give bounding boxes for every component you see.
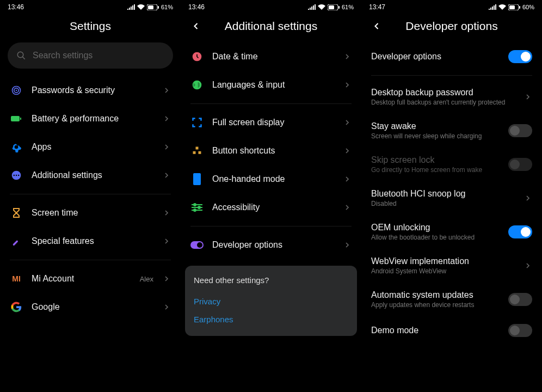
svg-point-30 [194, 209, 196, 211]
toggle-switch[interactable] [508, 124, 532, 137]
svg-line-4 [22, 57, 25, 59]
settings-item-developer-options[interactable]: Developer options [181, 231, 361, 259]
settings-item-battery-performance[interactable]: Battery & performance [0, 105, 181, 133]
svg-rect-35 [519, 6, 520, 9]
chevron-left-icon [190, 21, 201, 32]
chevron-right-icon [162, 143, 171, 151]
search-input[interactable] [33, 51, 164, 60]
svg-point-32 [197, 242, 202, 248]
chevron-right-icon [162, 171, 171, 180]
dev-item-stay-awake[interactable]: Stay awakeScreen will never sleep while … [361, 114, 542, 148]
hourglass-icon [10, 206, 23, 219]
pane-settings: 13:46 61% Settings Passwords & securityB… [0, 0, 181, 392]
pane-developer-options: 13:47 60% Developer options Developer op… [361, 0, 542, 392]
settings-item-additional-settings[interactable]: Additional settings [0, 161, 181, 189]
back-button[interactable] [189, 20, 202, 33]
battery-icon [328, 4, 340, 10]
item-subtitle: Desktop full backups aren't currently pr… [371, 99, 515, 106]
settings-item-button-shortcuts[interactable]: Button shortcuts [181, 137, 361, 165]
dev-item-oem-unlocking[interactable]: OEM unlockingAllow the bootloader to be … [361, 215, 542, 249]
battery-rect-icon [10, 112, 23, 125]
toggle-switch[interactable] [508, 50, 532, 63]
settings-item-languages-input[interactable]: Languages & input [181, 71, 361, 99]
settings-item-accessibility[interactable]: Accessibility [181, 193, 361, 222]
wifi-icon [318, 4, 325, 10]
wand-icon [10, 235, 23, 248]
svg-rect-8 [11, 116, 20, 121]
battery-text: 61% [161, 4, 173, 10]
toggle-switch[interactable] [508, 324, 532, 337]
toggle-icon [190, 238, 204, 252]
back-button[interactable] [370, 20, 383, 33]
chevron-right-icon [162, 86, 171, 95]
dev-item-bluetooth-hci-snoop-log[interactable]: Bluetooth HCI snoop logDisabled [361, 181, 542, 215]
dev-item-demo-mode[interactable]: Demo mode [361, 316, 542, 345]
page-title: Developer options [371, 20, 532, 33]
item-subtitle: Screen will never sleep while charging [371, 132, 500, 140]
signal-icon [308, 4, 316, 10]
toggle-switch[interactable] [508, 293, 532, 306]
globe-icon [190, 78, 204, 91]
item-label: Battery & performance [32, 114, 153, 124]
item-label: Screen time [32, 208, 153, 218]
chevron-right-icon [343, 203, 352, 212]
settings-item-apps[interactable]: Apps [0, 133, 181, 161]
dev-item-desktop-backup-password[interactable]: Desktop backup passwordDesktop full back… [361, 80, 542, 114]
settings-item-screen-time[interactable]: Screen time [0, 199, 181, 227]
blocks-icon [190, 144, 204, 157]
status-time: 13:46 [8, 3, 24, 11]
item-label: Apps [32, 142, 153, 152]
settings-item-date-time[interactable]: Date & time [181, 42, 361, 71]
item-subtitle: Disabled [371, 200, 515, 207]
toggle-switch[interactable] [508, 225, 532, 238]
settings-item-google[interactable]: Google [0, 293, 181, 321]
settings-item-passwords-security[interactable]: Passwords & security [0, 76, 181, 105]
battery-text: 61% [342, 4, 354, 10]
status-right: 61% [308, 4, 354, 10]
settings-item-one-handed-mode[interactable]: One-handed mode [181, 165, 361, 193]
card-link-earphones[interactable]: Earphones [194, 310, 348, 328]
dev-item-webview-implementation[interactable]: WebView implementationAndroid System Web… [361, 249, 542, 283]
dev-item-automatic-system-updates[interactable]: Automatic system updatesApply updates wh… [361, 283, 542, 316]
header: Developer options [361, 13, 542, 42]
chevron-right-icon [162, 114, 171, 123]
svg-point-28 [194, 204, 196, 206]
header: Additional settings [181, 13, 361, 42]
svg-point-29 [198, 206, 200, 209]
dev-item-skip-screen-lock[interactable]: Skip screen lockGo directly to Home scre… [361, 148, 542, 181]
item-label: Google [32, 302, 153, 312]
item-label: Date & time [212, 52, 334, 62]
item-title: Desktop backup password [371, 88, 515, 97]
item-title: Bluetooth HCI snoop log [371, 189, 515, 199]
item-subtitle: Go directly to Home screen from wake [371, 166, 500, 174]
mi-icon: MI [10, 272, 23, 285]
svg-point-14 [18, 175, 20, 176]
item-title: Demo mode [371, 326, 500, 335]
battery-icon [147, 4, 159, 10]
item-label: Additional settings [32, 170, 153, 180]
status-right: 60% [489, 4, 534, 10]
chevron-right-icon [343, 241, 352, 249]
settings-item-full-screen-display[interactable]: Full screen display [181, 108, 361, 137]
signal-icon [127, 4, 135, 10]
pane-additional-settings: 13:46 61% Additional settings Date & tim… [181, 0, 361, 392]
item-label: Accessibility [212, 203, 334, 212]
card-link-privacy[interactable]: Privacy [194, 292, 348, 310]
chevron-right-icon [343, 118, 352, 127]
svg-rect-2 [158, 6, 159, 9]
chevron-left-icon [371, 21, 382, 32]
item-title: Automatic system updates [371, 290, 500, 300]
chevron-right-icon [343, 146, 352, 155]
wifi-icon [137, 4, 145, 10]
item-label: One-handed mode [212, 174, 334, 184]
battery-text: 60% [522, 4, 534, 10]
dev-item-developer-options[interactable]: Developer options [361, 42, 542, 71]
chevron-right-icon [162, 209, 171, 217]
chevron-right-icon [162, 303, 171, 311]
chevron-right-icon [343, 175, 352, 183]
settings-item-special-features[interactable]: Special features [0, 227, 181, 255]
signal-icon [489, 4, 496, 10]
settings-item-mi-account[interactable]: MIMi AccountAlex [0, 265, 181, 293]
item-subtitle: Apply updates when device restarts [371, 301, 500, 309]
search-box[interactable] [8, 42, 173, 69]
